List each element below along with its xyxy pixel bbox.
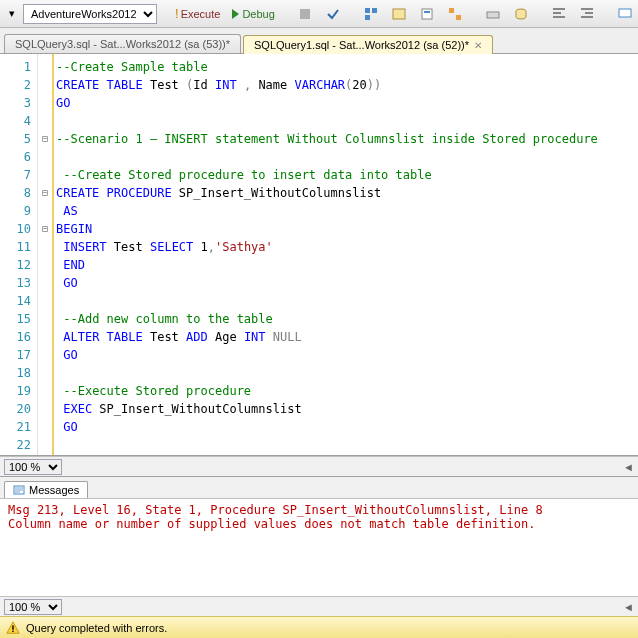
fold-gutter[interactable]: ⊟ ⊟ ⊟ [38, 54, 52, 455]
svg-rect-11 [619, 9, 631, 17]
svg-rect-1 [365, 8, 370, 13]
messages-panel: Messages Msg 213, Level 16, State 1, Pro… [0, 476, 638, 616]
toolbar-icon[interactable] [509, 4, 533, 24]
toolbar-icon[interactable] [481, 4, 505, 24]
debug-button[interactable]: Debug [228, 6, 278, 22]
close-icon[interactable]: ✕ [474, 40, 482, 51]
status-text: Query completed with errors. [26, 622, 167, 634]
messages-tab-label: Messages [29, 484, 79, 496]
svg-rect-13 [12, 625, 13, 629]
outdent-icon[interactable] [575, 4, 599, 24]
comment-icon[interactable] [613, 4, 637, 24]
svg-rect-14 [12, 630, 13, 631]
play-icon [232, 9, 239, 19]
messages-body[interactable]: Msg 213, Level 16, State 1, Procedure SP… [0, 499, 638, 596]
svg-rect-3 [365, 15, 370, 20]
toolbar-icon[interactable] [359, 4, 383, 24]
stop-button[interactable] [293, 4, 317, 24]
toolbar-icon[interactable] [415, 4, 439, 24]
svg-rect-2 [372, 8, 377, 13]
scroll-left-icon[interactable]: ◄ [623, 461, 634, 473]
zoom-bar-messages: 100 % ◄ [0, 596, 638, 616]
toolbar-icon[interactable] [443, 4, 467, 24]
warning-icon [6, 621, 20, 635]
messages-icon [13, 484, 25, 496]
dropdown-icon[interactable]: ▾ [5, 5, 19, 22]
status-bar: Query completed with errors. [0, 616, 638, 638]
toolbar-icon[interactable] [387, 4, 411, 24]
svg-rect-9 [487, 12, 499, 18]
messages-tab-bar: Messages [0, 477, 638, 499]
scroll-left-icon[interactable]: ◄ [623, 601, 634, 613]
parse-button[interactable] [321, 4, 345, 24]
indent-icon[interactable] [547, 4, 571, 24]
document-tabs: SQLQuery3.sql - Sat...Works2012 (sa (53)… [0, 28, 638, 54]
svg-rect-6 [424, 11, 430, 13]
database-select[interactable]: AdventureWorks2012 [23, 4, 157, 24]
tab-label: SQLQuery3.sql - Sat...Works2012 (sa (53)… [15, 38, 230, 50]
code-area[interactable]: --Create Sample table CREATE TABLE Test … [52, 54, 638, 455]
zoom-select[interactable]: 100 % [4, 599, 62, 615]
zoom-select[interactable]: 100 % [4, 459, 62, 475]
execute-icon: ! [175, 6, 179, 21]
svg-rect-7 [449, 8, 454, 13]
svg-rect-5 [422, 9, 432, 19]
main-toolbar: ▾ AdventureWorks2012 !Execute Debug [0, 0, 638, 28]
svg-rect-8 [456, 15, 461, 20]
code-editor[interactable]: 1 2 3 4 5 6 7 8 9 10 11 12 13 14 15 16 1… [0, 54, 638, 456]
zoom-bar: 100 % ◄ [0, 456, 638, 476]
execute-button[interactable]: !Execute [171, 4, 224, 23]
line-numbers: 1 2 3 4 5 6 7 8 9 10 11 12 13 14 15 16 1… [0, 54, 38, 455]
svg-rect-4 [393, 9, 405, 19]
tab-sqlquery3[interactable]: SQLQuery3.sql - Sat...Works2012 (sa (53)… [4, 34, 241, 53]
tab-sqlquery1[interactable]: SQLQuery1.sql - Sat...Works2012 (sa (52)… [243, 35, 493, 54]
messages-tab[interactable]: Messages [4, 481, 88, 498]
svg-rect-0 [300, 9, 310, 19]
tab-label: SQLQuery1.sql - Sat...Works2012 (sa (52)… [254, 39, 469, 51]
